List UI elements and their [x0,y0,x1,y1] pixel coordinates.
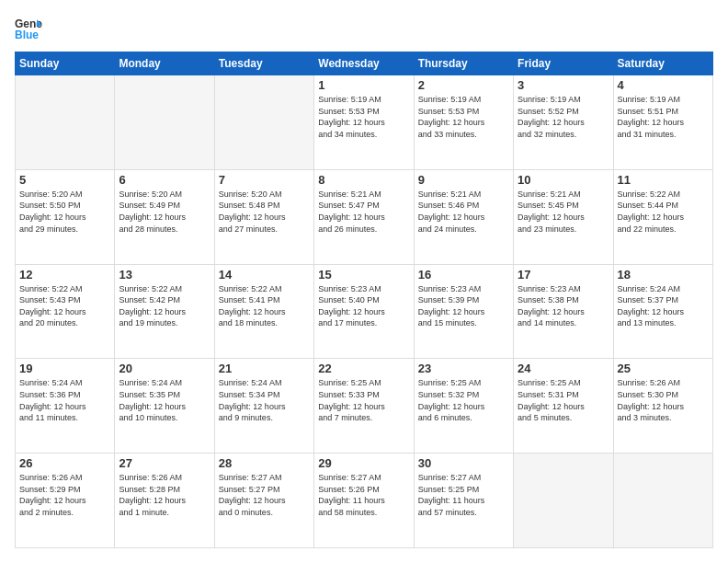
calendar-day-cell: 12Sunrise: 5:22 AM Sunset: 5:43 PM Dayli… [16,264,115,359]
day-info: Sunrise: 5:19 AM Sunset: 5:51 PM Dayligh… [618,94,709,140]
day-number: 20 [119,362,210,375]
calendar-day-cell: 23Sunrise: 5:25 AM Sunset: 5:32 PM Dayli… [414,359,513,454]
calendar-day-cell: 28Sunrise: 5:27 AM Sunset: 5:27 PM Dayli… [214,454,313,548]
day-number: 4 [618,78,709,92]
day-info: Sunrise: 5:23 AM Sunset: 5:38 PM Dayligh… [518,283,609,329]
day-number: 26 [19,456,110,470]
calendar-day-cell [115,75,214,170]
calendar-day-cell: 24Sunrise: 5:25 AM Sunset: 5:31 PM Dayli… [514,359,613,454]
weekday-header: Tuesday [214,52,313,75]
calendar-day-cell: 22Sunrise: 5:25 AM Sunset: 5:33 PM Dayli… [314,359,414,454]
calendar-day-cell: 5Sunrise: 5:20 AM Sunset: 5:50 PM Daylig… [16,169,115,264]
day-number: 22 [318,362,409,375]
day-info: Sunrise: 5:26 AM Sunset: 5:29 PM Dayligh… [19,472,110,518]
calendar-week-row: 26Sunrise: 5:26 AM Sunset: 5:29 PM Dayli… [16,454,713,548]
calendar-week-row: 1Sunrise: 5:19 AM Sunset: 5:53 PM Daylig… [16,75,713,170]
weekday-header: Wednesday [314,52,414,75]
day-number: 8 [318,173,409,187]
calendar-day-cell: 14Sunrise: 5:22 AM Sunset: 5:41 PM Dayli… [214,264,313,359]
calendar-day-cell: 16Sunrise: 5:23 AM Sunset: 5:39 PM Dayli… [414,264,513,359]
day-number: 13 [119,268,210,282]
calendar-day-cell [16,75,115,170]
day-info: Sunrise: 5:24 AM Sunset: 5:37 PM Dayligh… [618,283,709,329]
calendar-day-cell: 3Sunrise: 5:19 AM Sunset: 5:52 PM Daylig… [514,75,613,170]
calendar-day-cell: 18Sunrise: 5:24 AM Sunset: 5:37 PM Dayli… [613,264,712,359]
day-info: Sunrise: 5:22 AM Sunset: 5:43 PM Dayligh… [19,283,110,329]
logo: General Blue [15,15,42,42]
day-number: 5 [19,173,110,187]
weekday-header: Thursday [414,52,513,75]
page-header: General Blue [15,15,713,42]
day-info: Sunrise: 5:26 AM Sunset: 5:28 PM Dayligh… [119,472,210,518]
day-info: Sunrise: 5:27 AM Sunset: 5:27 PM Dayligh… [219,472,310,518]
calendar-day-cell: 30Sunrise: 5:27 AM Sunset: 5:25 PM Dayli… [414,454,513,548]
calendar-week-row: 12Sunrise: 5:22 AM Sunset: 5:43 PM Dayli… [16,264,713,359]
day-number: 10 [518,173,609,187]
day-info: Sunrise: 5:25 AM Sunset: 5:31 PM Dayligh… [518,377,609,423]
day-info: Sunrise: 5:19 AM Sunset: 5:53 PM Dayligh… [418,94,509,140]
calendar-day-cell: 25Sunrise: 5:26 AM Sunset: 5:30 PM Dayli… [613,359,712,454]
day-number: 19 [19,362,110,375]
logo-icon: General Blue [15,15,42,42]
day-number: 24 [518,362,609,375]
calendar-day-cell: 7Sunrise: 5:20 AM Sunset: 5:48 PM Daylig… [214,169,313,264]
day-info: Sunrise: 5:26 AM Sunset: 5:30 PM Dayligh… [618,377,709,423]
day-number: 9 [418,173,509,187]
calendar-day-cell [514,454,613,548]
calendar-day-cell: 21Sunrise: 5:24 AM Sunset: 5:34 PM Dayli… [214,359,313,454]
day-number: 28 [219,456,310,470]
calendar-day-cell: 6Sunrise: 5:20 AM Sunset: 5:49 PM Daylig… [115,169,214,264]
day-info: Sunrise: 5:21 AM Sunset: 5:46 PM Dayligh… [418,189,509,235]
day-info: Sunrise: 5:22 AM Sunset: 5:41 PM Dayligh… [219,283,310,329]
day-number: 1 [318,78,409,92]
calendar-day-cell: 19Sunrise: 5:24 AM Sunset: 5:36 PM Dayli… [16,359,115,454]
calendar-day-cell: 1Sunrise: 5:19 AM Sunset: 5:53 PM Daylig… [314,75,414,170]
calendar-day-cell: 9Sunrise: 5:21 AM Sunset: 5:46 PM Daylig… [414,169,513,264]
calendar-week-row: 5Sunrise: 5:20 AM Sunset: 5:50 PM Daylig… [16,169,713,264]
day-number: 15 [318,268,409,282]
day-info: Sunrise: 5:27 AM Sunset: 5:25 PM Dayligh… [418,472,509,518]
day-info: Sunrise: 5:23 AM Sunset: 5:40 PM Dayligh… [318,283,409,329]
calendar-day-cell [214,75,313,170]
svg-text:Blue: Blue [15,29,39,41]
day-number: 14 [219,268,310,282]
calendar-day-cell [613,454,712,548]
day-info: Sunrise: 5:24 AM Sunset: 5:36 PM Dayligh… [19,377,110,423]
calendar-table: SundayMondayTuesdayWednesdayThursdayFrid… [15,52,713,548]
day-info: Sunrise: 5:19 AM Sunset: 5:52 PM Dayligh… [518,94,609,140]
calendar-day-cell: 29Sunrise: 5:27 AM Sunset: 5:26 PM Dayli… [314,454,414,548]
day-number: 18 [618,268,709,282]
calendar-day-cell: 13Sunrise: 5:22 AM Sunset: 5:42 PM Dayli… [115,264,214,359]
day-number: 29 [318,456,409,470]
day-number: 3 [518,78,609,92]
day-info: Sunrise: 5:24 AM Sunset: 5:34 PM Dayligh… [219,377,310,423]
day-info: Sunrise: 5:20 AM Sunset: 5:48 PM Dayligh… [219,189,310,235]
day-info: Sunrise: 5:22 AM Sunset: 5:44 PM Dayligh… [618,189,709,235]
day-info: Sunrise: 5:24 AM Sunset: 5:35 PM Dayligh… [119,377,210,423]
calendar-week-row: 19Sunrise: 5:24 AM Sunset: 5:36 PM Dayli… [16,359,713,454]
day-number: 17 [518,268,609,282]
day-number: 23 [418,362,509,375]
day-info: Sunrise: 5:20 AM Sunset: 5:50 PM Dayligh… [19,189,110,235]
day-number: 6 [119,173,210,187]
day-info: Sunrise: 5:25 AM Sunset: 5:33 PM Dayligh… [318,377,409,423]
day-number: 25 [618,362,709,375]
day-info: Sunrise: 5:22 AM Sunset: 5:42 PM Dayligh… [119,283,210,329]
day-number: 11 [618,173,709,187]
calendar-day-cell: 17Sunrise: 5:23 AM Sunset: 5:38 PM Dayli… [514,264,613,359]
day-number: 27 [119,456,210,470]
day-number: 16 [418,268,509,282]
day-number: 12 [19,268,110,282]
weekday-header: Saturday [613,52,712,75]
weekday-header: Friday [514,52,613,75]
weekday-header: Monday [115,52,214,75]
day-number: 7 [219,173,310,187]
day-number: 2 [418,78,509,92]
day-info: Sunrise: 5:23 AM Sunset: 5:39 PM Dayligh… [418,283,509,329]
day-info: Sunrise: 5:20 AM Sunset: 5:49 PM Dayligh… [119,189,210,235]
calendar-day-cell: 10Sunrise: 5:21 AM Sunset: 5:45 PM Dayli… [514,169,613,264]
day-info: Sunrise: 5:21 AM Sunset: 5:47 PM Dayligh… [318,189,409,235]
day-info: Sunrise: 5:27 AM Sunset: 5:26 PM Dayligh… [318,472,409,518]
calendar-day-cell: 26Sunrise: 5:26 AM Sunset: 5:29 PM Dayli… [16,454,115,548]
weekday-header-row: SundayMondayTuesdayWednesdayThursdayFrid… [16,52,713,75]
